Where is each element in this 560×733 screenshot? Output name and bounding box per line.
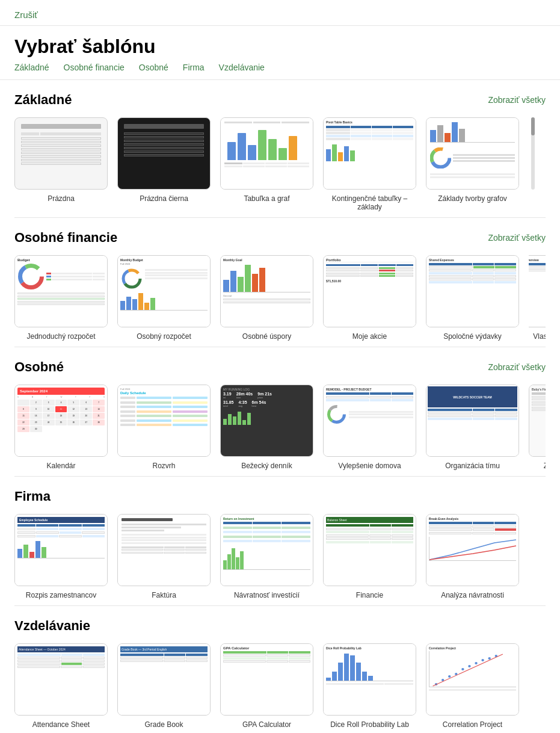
template-savings[interactable]: Monthly Goal General bbox=[220, 255, 313, 341]
svg-point-18 bbox=[475, 662, 477, 664]
template-pivot[interactable]: Pivot Table Basics bbox=[323, 117, 416, 211]
personal-finance-templates-row: Budget bbox=[14, 255, 546, 341]
section-personal: Osobné Zobraziť všetky September 2024 SM… bbox=[0, 347, 560, 476]
template-employee-schedule-label: Rozpis zamestnancov bbox=[26, 591, 96, 599]
template-net-worth-label: Vlastný ka... bbox=[533, 332, 546, 341]
nav-tab-personal-finance[interactable]: Osobné financie bbox=[64, 63, 125, 72]
template-correlation[interactable]: Correlation Project bbox=[426, 643, 519, 729]
template-roi[interactable]: Return on Investment bbox=[220, 514, 313, 599]
template-simple-budget[interactable]: Budget bbox=[14, 255, 108, 341]
template-attendance[interactable]: Attendance Sheet — October 2024 bbox=[14, 643, 108, 729]
template-employee-schedule-thumb: Employee Schedule bbox=[14, 514, 108, 586]
template-shared-expenses-label: Spoločné výdavky bbox=[443, 332, 502, 341]
template-team-thumb: WILDCATS SOCCER TEAM bbox=[426, 385, 519, 457]
template-stocks[interactable]: Portfolio bbox=[323, 255, 416, 341]
cancel-button[interactable]: Zrušiť bbox=[14, 10, 38, 20]
template-table-chart-label: Tabuľka a graf bbox=[244, 194, 289, 203]
template-schedule[interactable]: Fall 2024 Daily Schedule bbox=[117, 385, 211, 470]
template-finance-thumb: Balance Sheet bbox=[323, 514, 416, 586]
section-education: Vzdelávanie Attendance Sheet — October 2… bbox=[0, 606, 560, 733]
template-running[interactable]: MY RUNNING LOG 3.19 mi 28m 40s time bbox=[220, 385, 313, 470]
template-invoice[interactable]: Faktúra bbox=[117, 514, 211, 599]
basic-templates-row: Prázdna Prázdna čierna bbox=[14, 117, 546, 211]
template-pivot-thumb: Pivot Table Basics bbox=[323, 117, 416, 190]
template-breakeven-label: Analýza návratnosti bbox=[441, 591, 504, 599]
nav-tab-personal[interactable]: Osobné bbox=[139, 63, 168, 72]
business-templates-row: Employee Schedule bbox=[14, 514, 546, 599]
template-dice[interactable]: Dice Roll Probability Lab bbox=[323, 643, 416, 729]
section-personal-finance: Osobné financie Zobraziť všetky Budget bbox=[0, 218, 560, 347]
template-blank-dark[interactable]: Prázdna čierna bbox=[117, 117, 211, 211]
page-title: Vybrať šablónu bbox=[0, 26, 560, 63]
template-schedule-label: Rozvrh bbox=[152, 462, 175, 470]
template-gpa[interactable]: GPA Calculator bbox=[220, 643, 313, 729]
svg-line-22 bbox=[433, 654, 503, 686]
template-employee-schedule[interactable]: Employee Schedule bbox=[14, 514, 108, 599]
template-shared-expenses-thumb: Shared Expenses bbox=[426, 255, 519, 327]
template-invoice-thumb bbox=[117, 514, 211, 586]
template-personal-budget[interactable]: Monthly Budget Fall 2024 bbox=[117, 255, 211, 341]
template-invoice-label: Faktúra bbox=[152, 591, 176, 599]
show-all-personal[interactable]: Zobraziť všetky bbox=[488, 362, 546, 372]
template-attendance-thumb: Attendance Sheet — October 2024 bbox=[14, 643, 108, 716]
top-bar: Zrušiť bbox=[0, 0, 560, 26]
nav-tab-basic[interactable]: Základné bbox=[14, 63, 49, 72]
template-roi-thumb: Return on Investment bbox=[220, 514, 313, 586]
education-templates-row: Attendance Sheet — October 2024 bbox=[14, 643, 546, 729]
template-net-worth[interactable]: Net Worth: Overview bbox=[529, 255, 546, 341]
template-graphs-label: Základy tvorby grafov bbox=[438, 194, 507, 203]
nav-tabs: Základné Osobné financie Osobné Firma Vz… bbox=[0, 63, 560, 80]
template-stocks-label: Moje akcie bbox=[352, 332, 387, 341]
template-blank[interactable]: Prázdna bbox=[14, 117, 108, 211]
template-blank-dark-thumb bbox=[117, 117, 211, 190]
template-finance-label: Financie bbox=[356, 591, 383, 599]
template-breakeven[interactable]: Break-Even Analysis bbox=[426, 514, 519, 599]
section-personal-title: Osobné bbox=[14, 359, 64, 375]
template-blank-dark-label: Prázdna čierna bbox=[140, 194, 188, 203]
template-calendar-thumb: September 2024 SMTWTFS 234567 8910111213… bbox=[14, 385, 108, 457]
template-correlation-thumb: Correlation Project bbox=[426, 643, 519, 716]
template-breakeven-thumb: Break-Even Analysis bbox=[426, 514, 519, 586]
nav-tab-business[interactable]: Firma bbox=[183, 63, 205, 72]
template-home[interactable]: REMODEL - PROJECT BUDGET bbox=[323, 385, 416, 470]
template-running-thumb: MY RUNNING LOG 3.19 mi 28m 40s time bbox=[220, 385, 313, 457]
template-home-thumb: REMODEL - PROJECT BUDGET bbox=[323, 385, 416, 457]
template-graphs[interactable]: Základy tvorby grafov bbox=[426, 117, 519, 211]
scroll-indicator bbox=[530, 117, 535, 211]
section-education-title: Vzdelávanie bbox=[14, 618, 90, 634]
show-all-basic[interactable]: Zobraziť všetky bbox=[488, 95, 546, 105]
template-graphs-thumb bbox=[426, 117, 519, 190]
template-table-chart[interactable]: Tabuľka a graf bbox=[220, 117, 313, 211]
svg-point-19 bbox=[481, 659, 484, 661]
show-all-personal-finance[interactable]: Zobraziť všetky bbox=[488, 233, 546, 243]
template-running-label: Bežecký denník bbox=[241, 462, 292, 470]
personal-templates-row: September 2024 SMTWTFS 234567 8910111213… bbox=[14, 385, 546, 470]
svg-point-16 bbox=[461, 668, 464, 670]
template-schedule-thumb: Fall 2024 Daily Schedule bbox=[117, 385, 211, 457]
template-baby-label: Záznamy o bábätku bbox=[544, 462, 546, 470]
template-calendar[interactable]: September 2024 SMTWTFS 234567 8910111213… bbox=[14, 385, 108, 470]
template-gpa-thumb: GPA Calculator bbox=[220, 643, 313, 716]
template-blank-label: Prázdna bbox=[48, 194, 75, 203]
template-attendance-label: Attendance Sheet bbox=[32, 720, 90, 729]
svg-point-20 bbox=[488, 657, 490, 660]
section-business: Firma Employee Schedule bbox=[0, 477, 560, 605]
svg-point-14 bbox=[448, 675, 451, 678]
template-correlation-label: Correlation Project bbox=[443, 720, 502, 729]
template-finance[interactable]: Balance Sheet bbox=[323, 514, 416, 599]
template-personal-budget-label: Osobný rozpočet bbox=[137, 332, 191, 341]
template-roi-label: Návratnosť investícií bbox=[234, 591, 300, 599]
template-baby[interactable]: Baby's First Year bbox=[529, 385, 546, 470]
section-personal-finance-title: Osobné financie bbox=[14, 230, 117, 246]
template-team[interactable]: WILDCATS SOCCER TEAM bbox=[426, 385, 519, 470]
template-gradebook[interactable]: Grade Book — 3rd Period English bbox=[117, 643, 211, 729]
template-dice-label: Dice Roll Probability Lab bbox=[330, 720, 409, 729]
template-net-worth-thumb: Net Worth: Overview bbox=[529, 255, 546, 327]
template-home-label: Vylepšenie domova bbox=[338, 462, 401, 470]
template-simple-budget-thumb: Budget bbox=[14, 255, 108, 327]
section-business-title: Firma bbox=[14, 489, 51, 504]
section-basic: Základné Zobraziť všetky bbox=[0, 80, 560, 217]
template-shared-expenses[interactable]: Shared Expenses bbox=[426, 255, 519, 341]
nav-tab-education[interactable]: Vzdelávanie bbox=[219, 63, 265, 72]
template-calendar-label: Kalendár bbox=[46, 462, 75, 470]
